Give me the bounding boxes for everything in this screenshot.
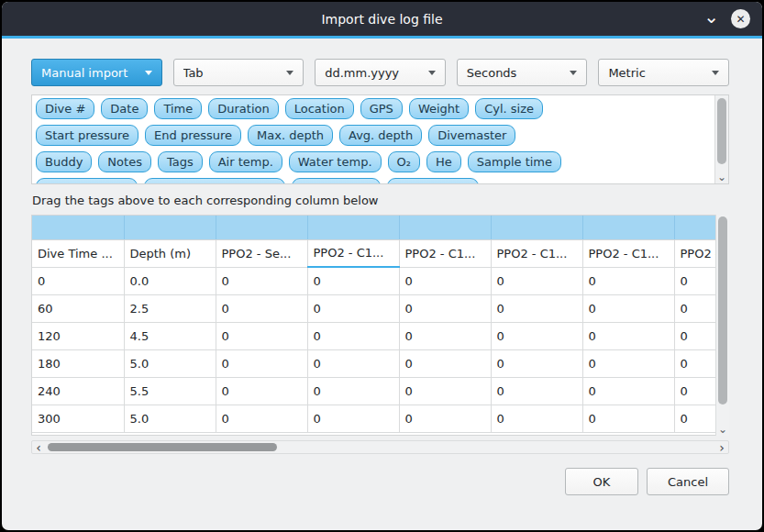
table-cell: 4.5 <box>124 322 216 349</box>
tag-chip[interactable]: Water temp. <box>289 151 382 172</box>
tag-chip[interactable]: Sample depth <box>36 178 138 183</box>
table-row: 00.0000000 <box>32 267 715 294</box>
tag-chip[interactable]: Air temp. <box>209 151 282 172</box>
column-drop-target[interactable] <box>307 216 399 239</box>
duration-format-dropdown[interactable]: Seconds <box>457 59 588 86</box>
tag-panel-scrollbar[interactable]: ⌄ <box>714 95 728 183</box>
table-cell: 180 <box>32 349 124 377</box>
ok-button[interactable]: OK <box>565 468 638 495</box>
import-dive-log-dialog: Import dive log file ⌄ ✕ Manual importTa… <box>2 2 762 530</box>
dropdown-row: Manual importTabdd.mm.yyyySecondsMetric <box>31 59 729 86</box>
table-cell: 0 <box>32 267 124 294</box>
tag-chip[interactable]: Sample CNS <box>387 178 479 183</box>
table-cell: 0 <box>491 322 582 349</box>
tag-chip[interactable]: Divemaster <box>428 125 515 146</box>
tag-chip[interactable]: Cyl. size <box>475 98 543 119</box>
column-drop-target[interactable] <box>491 216 582 239</box>
table-cell: 0 <box>491 267 582 294</box>
column-drop-target[interactable] <box>582 216 674 239</box>
table-vertical-scrollbar[interactable]: ⌄ <box>715 215 729 436</box>
scroll-down-arrow[interactable]: ⌄ <box>716 425 729 434</box>
tag-chip[interactable]: Max. depth <box>248 125 333 146</box>
table-cell: 0 <box>674 377 715 405</box>
table-cell: 0 <box>491 349 582 377</box>
date-format-dropdown[interactable]: dd.mm.yyyy <box>315 59 446 86</box>
table-cell: 300 <box>32 405 124 432</box>
column-header[interactable]: PPO2 - C1... <box>399 239 491 267</box>
tag-chip[interactable]: Tags <box>158 151 203 172</box>
table-cell: 0 <box>399 405 491 432</box>
tag-chip[interactable]: Location <box>285 98 354 119</box>
column-header[interactable]: PPO2 - C1... <box>491 239 582 267</box>
chevron-left-icon: ‹ <box>36 440 41 455</box>
table-cell: 0 <box>216 267 307 294</box>
column-header[interactable]: PPO2 - Se... <box>216 239 307 267</box>
column-drop-target[interactable] <box>674 216 715 239</box>
import-mode-dropdown[interactable]: Manual import <box>31 59 162 86</box>
scrollbar-thumb[interactable] <box>717 98 726 164</box>
dropdown-value: Metric <box>608 66 712 80</box>
table-cell: 0 <box>399 322 491 349</box>
column-header[interactable]: Depth (m) <box>124 239 216 267</box>
column-drop-target[interactable] <box>124 216 216 239</box>
scroll-right-arrow[interactable]: › <box>715 441 728 453</box>
column-drop-target[interactable] <box>399 216 491 239</box>
cancel-button[interactable]: Cancel <box>647 468 729 495</box>
tag-chip[interactable]: Duration <box>208 98 278 119</box>
tag-chip[interactable]: Sample pO₂ <box>292 178 381 183</box>
tag-chip[interactable]: Sample time <box>468 151 561 172</box>
table-cell: 5.5 <box>124 377 216 405</box>
tag-row: Start pressureEnd pressureMax. depthAvg.… <box>36 125 711 146</box>
column-header[interactable]: PPO2 - C1... <box>582 239 674 267</box>
table-cell: 0 <box>216 349 307 377</box>
tag-chip[interactable]: End pressure <box>145 125 241 146</box>
window-close-button[interactable]: ✕ <box>731 9 750 28</box>
table-cell: 0 <box>582 322 674 349</box>
scrollbar-thumb[interactable] <box>718 216 727 405</box>
tag-chip[interactable]: Buddy <box>36 151 92 172</box>
tag-chip[interactable]: Avg. depth <box>339 125 422 146</box>
column-drop-target[interactable] <box>216 216 307 239</box>
tag-chip[interactable]: O₂ <box>388 151 420 172</box>
scrollbar-thumb[interactable] <box>48 443 277 451</box>
titlebar[interactable]: Import dive log file ⌄ ✕ <box>2 2 762 36</box>
table-cell: 0 <box>399 294 491 322</box>
tag-chip[interactable]: Start pressure <box>36 125 138 146</box>
table-cell: 0 <box>491 405 582 432</box>
tag-row: BuddyNotesTagsAir temp.Water temp.O₂HeSa… <box>36 151 711 172</box>
table-area: Dive Time ...Depth (m)PPO2 - Se...PPO2 -… <box>31 215 729 436</box>
scroll-down-arrow[interactable]: ⌄ <box>715 172 728 182</box>
window-title: Import dive log file <box>321 12 442 27</box>
tag-chip[interactable]: Time <box>154 98 202 119</box>
units-dropdown[interactable]: Metric <box>598 59 729 86</box>
drag-instruction-text: Drag the tags above to each correspondin… <box>32 194 729 207</box>
chevron-right-icon: › <box>719 440 725 455</box>
tag-chip[interactable]: Notes <box>98 151 151 172</box>
table-cell: 0 <box>399 377 491 405</box>
table-row: 1805.0000000 <box>32 349 715 377</box>
column-header[interactable]: Dive Time ... <box>32 239 124 267</box>
column-drop-target[interactable] <box>32 216 124 239</box>
tag-list-panel: Dive #DateTimeDurationLocationGPSWeightC… <box>31 94 729 184</box>
titlebar-controls: ⌄ ✕ <box>703 2 750 36</box>
tag-chip[interactable]: Weight <box>409 98 469 119</box>
scroll-left-arrow[interactable]: ‹ <box>32 441 45 453</box>
drop-target-row <box>32 216 715 239</box>
table-cell: 0 <box>674 349 715 377</box>
tag-chip[interactable]: Date <box>101 98 148 119</box>
tag-chip[interactable]: Dive # <box>36 98 94 119</box>
field-separator-dropdown[interactable]: Tab <box>173 59 304 86</box>
dialog-button-row: OK Cancel <box>31 468 729 495</box>
tag-chip[interactable]: He <box>426 151 461 172</box>
table-row: 3005.0000000 <box>32 405 715 432</box>
table-cell: 120 <box>32 322 124 349</box>
column-header[interactable]: PPO2 - C1... <box>674 239 715 267</box>
tag-chip[interactable]: GPS <box>360 98 403 119</box>
window-more-button[interactable]: ⌄ <box>703 10 719 28</box>
column-header[interactable]: PPO2 - C1... <box>307 239 399 267</box>
tag-chip[interactable]: Sample temperature <box>144 178 286 183</box>
table-cell: 5.0 <box>124 349 216 377</box>
table-horizontal-scrollbar[interactable]: ‹ › <box>31 440 729 454</box>
dropdown-value: Seconds <box>467 66 570 80</box>
table-cell: 0.0 <box>124 267 216 294</box>
